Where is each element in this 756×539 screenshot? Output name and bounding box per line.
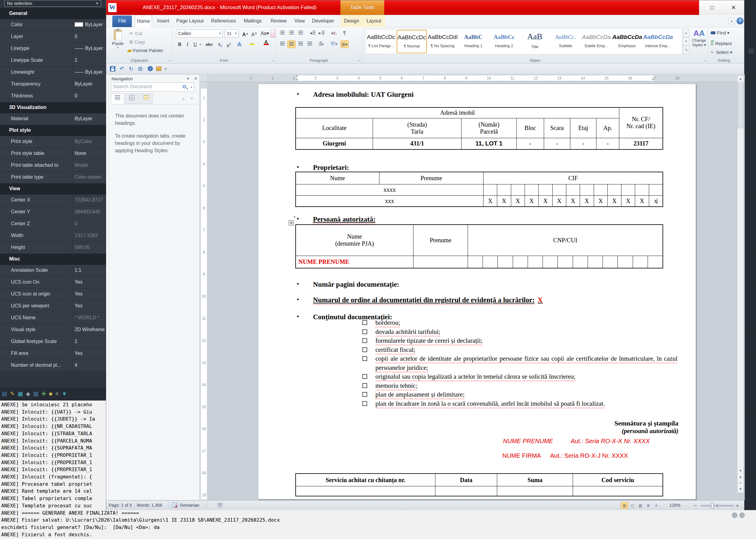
tab-mailings[interactable]: Mailings [242, 15, 263, 27]
property-row[interactable]: Linetype ByLayer [0, 43, 106, 55]
style-gallery-item[interactable]: AaBbCcDa Intense Emp... [643, 30, 673, 53]
strikethrough-button[interactable]: abe [204, 40, 214, 48]
redo-button[interactable]: ↻ [129, 65, 133, 72]
zoom-in-button[interactable]: + [736, 503, 739, 509]
property-value[interactable]: ByColor [72, 136, 106, 148]
tab-references[interactable]: References [210, 15, 237, 27]
bullet-list-button[interactable] [278, 30, 287, 37]
decrease-indent-button[interactable]: ◄ [308, 30, 316, 37]
collapse-ribbon-icon[interactable]: ∧ [728, 18, 735, 24]
text-effects-button[interactable]: A [236, 40, 243, 48]
property-value[interactable]: Yes [72, 348, 106, 359]
subscript-button[interactable]: x2 [216, 40, 224, 48]
paste-button[interactable]: Paste ▾ [108, 29, 127, 57]
property-row[interactable]: Number of decimal pl... 4 [0, 360, 106, 372]
superscript-button[interactable]: x2 [225, 40, 233, 48]
property-row[interactable]: UCS per viewport Yes [0, 300, 106, 312]
zoom-slider-thumb[interactable] [711, 503, 714, 508]
chevron-down-icon[interactable]: ▼ [186, 77, 190, 80]
dialog-launcher-icon[interactable]: ↘ [358, 59, 361, 62]
property-value[interactable]: * WORLD * [72, 312, 106, 324]
previous-result-icon[interactable]: ▲ [182, 97, 185, 101]
indent-marker[interactable]: ▲ [652, 78, 655, 81]
draft-view-button[interactable]: ≡ [652, 502, 660, 509]
property-value[interactable]: 0 [72, 90, 106, 102]
browse-object-icon[interactable]: ● [737, 480, 743, 486]
property-value[interactable]: ByLayer [72, 43, 106, 54]
close-button[interactable]: ✕ [728, 3, 739, 12]
previous-page-icon[interactable]: ▲ [737, 474, 743, 480]
clear-formatting-button[interactable] [270, 30, 275, 38]
property-row[interactable]: Layer 0 [0, 31, 106, 43]
acad-toolbar-icon[interactable]: ■ [49, 390, 52, 398]
property-row[interactable]: General [0, 8, 106, 19]
help-icon[interactable]: ? [736, 17, 743, 24]
align-right-button[interactable] [296, 40, 305, 48]
fullscreen-view-button[interactable]: ▢ [629, 502, 636, 509]
property-row[interactable]: Height 589.05 [0, 242, 106, 254]
acad-toolbar-icon[interactable]: ✎ [10, 390, 15, 398]
property-row[interactable]: Plot style [0, 125, 106, 136]
macro-record-icon[interactable] [218, 503, 222, 507]
tab-page-layout[interactable]: Page Layout [176, 15, 204, 27]
tab-layout[interactable]: Layout [365, 15, 383, 27]
tab-view[interactable]: View [292, 15, 307, 27]
language-indicator[interactable]: Romanian [180, 503, 200, 508]
property-row[interactable]: Linetype Scale 1 [0, 55, 106, 67]
property-row[interactable]: Print table type Color-depen [0, 172, 106, 184]
property-value[interactable]: 4 [72, 360, 106, 371]
property-value[interactable]: ByLayer [72, 79, 106, 90]
italic-button[interactable]: I [185, 40, 190, 48]
property-row[interactable]: Center Y 364483.645 [0, 206, 106, 218]
style-gallery-item[interactable]: AaBbCcDc ¶ List Paragr... [366, 30, 396, 53]
grow-font-button[interactable]: A▲ [241, 30, 250, 38]
nav-tab-results[interactable] [139, 94, 152, 104]
property-value[interactable]: ByLayer [72, 67, 106, 78]
underline-button[interactable]: U [193, 40, 198, 48]
property-row[interactable]: Global linetype Scale 1 [0, 336, 106, 348]
search-input[interactable] [113, 84, 174, 90]
acad-toolbar-icon[interactable]: ▼ [61, 390, 67, 398]
borders-button[interactable]: ⊞▾ [340, 40, 349, 48]
property-row[interactable]: Thickness 0 [0, 90, 106, 102]
property-value[interactable]: 1 [72, 336, 106, 347]
scroll-down-icon[interactable]: ▼ [737, 468, 743, 474]
web-layout-view-button[interactable]: ▥ [637, 502, 644, 509]
line-spacing-button[interactable]: ↕▾ [317, 40, 325, 48]
property-row[interactable]: 3D Visualization [0, 102, 106, 113]
print-layout-view-button[interactable]: ▤ [621, 502, 628, 509]
tab-review[interactable]: Review [269, 15, 288, 27]
outline-view-button[interactable]: ≣ [644, 502, 652, 509]
zoom-out-button[interactable]: − [694, 503, 697, 509]
property-row[interactable]: Annotation Scale 1:1 [0, 265, 106, 277]
property-row[interactable]: Center Z 0 [0, 218, 106, 230]
property-row[interactable]: UCS icon at origin Yes [0, 288, 106, 300]
table-move-handle-icon[interactable]: ✛ [289, 220, 294, 225]
property-value[interactable]: ByLayer [72, 19, 106, 31]
acad-toolbar-icon[interactable]: ▤ [2, 390, 7, 398]
zoom-level[interactable]: 120% [670, 503, 681, 508]
align-left-button[interactable] [278, 40, 287, 48]
chevron-down-icon[interactable]: ▾ [191, 86, 192, 89]
property-value[interactable]: Yes [72, 288, 106, 300]
undo-button[interactable]: ↶ [120, 65, 124, 72]
style-gallery-item[interactable]: AaBbCcDa Emphasis [612, 30, 642, 53]
property-value[interactable]: 0 [72, 31, 106, 42]
property-row[interactable]: Lineweight ByLayer [0, 67, 106, 79]
page-indicator[interactable]: Page: 1 of 3 [109, 503, 132, 508]
close-icon[interactable]: ✕ [194, 76, 198, 81]
property-row[interactable]: Transparency ByLayer [0, 79, 106, 90]
property-row[interactable]: Material ByLayer [0, 113, 106, 125]
dialog-launcher-icon[interactable]: ↘ [272, 59, 274, 62]
word-count[interactable]: Words: 1,358 [137, 503, 162, 508]
increase-indent-button[interactable]: ► [317, 30, 325, 37]
tab-insert[interactable]: Insert [155, 15, 171, 27]
shrink-font-button[interactable]: A▼ [250, 30, 258, 38]
indent-marker[interactable]: ▲ [295, 78, 298, 81]
pilcrow-button[interactable]: ¶ [340, 30, 349, 37]
spellcheck-icon[interactable] [172, 502, 177, 508]
property-row[interactable]: UCS Name * WORLD * [0, 312, 106, 324]
highlight-button[interactable]: ✎ [248, 40, 256, 48]
property-value[interactable]: 364483.645 [72, 206, 106, 218]
qat-dropdown-icon[interactable]: ▾ [165, 67, 167, 71]
